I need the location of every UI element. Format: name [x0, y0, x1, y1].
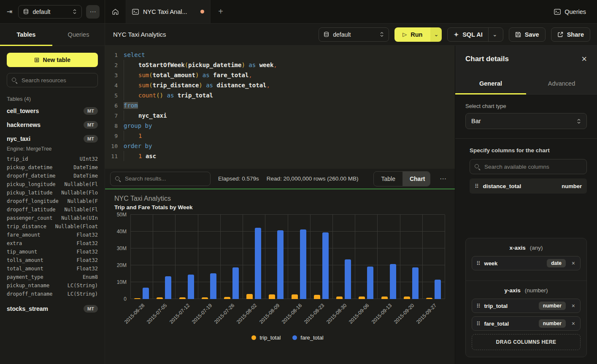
code-line[interactable]: 111 asc [105, 151, 455, 161]
bar-fare_total[interactable] [143, 288, 149, 299]
column-row[interactable]: trip_distanceNullable(Float [7, 222, 98, 231]
code-line[interactable]: 4sum(trip_distance) as distance_total, [105, 80, 455, 90]
drag-handle-icon[interactable]: ⠿ [476, 303, 480, 309]
bar-fare_total[interactable] [300, 229, 306, 299]
columns-search-input[interactable] [484, 163, 582, 170]
bar-trip_total[interactable] [426, 298, 432, 299]
code-line[interactable]: 7nyc_taxi [105, 111, 455, 121]
results-search-input[interactable] [124, 175, 206, 182]
bar-trip_total[interactable] [157, 297, 163, 299]
run-button[interactable]: ▷ Run [394, 27, 430, 42]
tab-general[interactable]: General [455, 73, 526, 94]
legend-item[interactable]: trip_total [251, 334, 281, 341]
column-row[interactable]: total_amountFloat32 [7, 264, 98, 273]
column-row[interactable]: tolls_amountFloat32 [7, 256, 98, 264]
new-tab-button[interactable]: + [211, 0, 231, 23]
collapse-sidebar-icon[interactable]: ⇥ [5, 7, 14, 16]
column-row[interactable]: tip_amountFloat32 [7, 248, 98, 256]
bar-fare_total[interactable] [165, 276, 171, 299]
legend-item[interactable]: fare_total [292, 334, 323, 341]
table-row[interactable]: cell_towersMT [7, 104, 98, 118]
available-column-row[interactable]: ⠿distance_totalnumber [470, 178, 587, 194]
drag-handle-icon[interactable]: ⠿ [475, 183, 478, 189]
view-table-button[interactable]: Table [374, 172, 402, 186]
sql-ai-button[interactable]: ✦ SQL AI ⌄ [447, 27, 503, 42]
bar-fare_total[interactable] [322, 232, 329, 299]
column-row[interactable]: trip_idUInt32 [7, 155, 98, 163]
bar-fare_total[interactable] [188, 275, 194, 299]
bar-trip_total[interactable] [224, 297, 230, 299]
column-row[interactable]: fare_amountFloat32 [7, 231, 98, 239]
drag-handle-icon[interactable]: ⠿ [476, 260, 480, 267]
bar-trip_total[interactable] [246, 294, 253, 299]
resource-search-input[interactable] [21, 77, 93, 84]
remove-column-icon[interactable]: × [572, 302, 575, 309]
table-row[interactable]: hackernewsMT [7, 118, 98, 132]
column-row[interactable]: pickup_ntanameLC(String) [7, 281, 98, 290]
code-line[interactable]: 8group by [105, 121, 455, 131]
query-tab[interactable]: NYC Taxi Anal... [126, 0, 211, 23]
bar-fare_total[interactable] [390, 264, 396, 299]
table-row[interactable]: stocks_streamMT [7, 302, 98, 315]
queries-link[interactable]: Queries [543, 0, 597, 23]
bar-fare_total[interactable] [367, 267, 373, 299]
bar-trip_total[interactable] [381, 297, 388, 299]
share-button[interactable]: Share [551, 27, 590, 42]
drag-handle-icon[interactable]: ⠿ [476, 321, 480, 327]
bar-fare_total[interactable] [232, 267, 239, 299]
column-row[interactable]: dropoff_ntanameLC(String) [7, 290, 98, 298]
code-line[interactable]: 2toStartOfWeek(pickup_datetime) as week, [105, 60, 455, 70]
code-line[interactable]: 1select [105, 50, 455, 60]
database-select-sidebar[interactable]: default [18, 5, 82, 19]
home-button[interactable] [105, 0, 126, 23]
bar-trip_total[interactable] [134, 298, 140, 299]
tab-tables[interactable]: Tables [0, 24, 52, 46]
table-row[interactable]: nyc_taxiMT [7, 132, 98, 146]
code-line[interactable]: 6from [105, 100, 455, 111]
axis-column-pill[interactable]: ⠿fare_totalnumber× [472, 316, 581, 331]
tab-advanced[interactable]: Advanced [526, 73, 597, 94]
drop-zone[interactable]: DRAG COLUMNS HERE [472, 334, 581, 350]
new-table-button[interactable]: ⊞ New table [7, 53, 98, 67]
axis-column-pill[interactable]: ⠿trip_totalnumber× [472, 299, 581, 313]
tab-queries[interactable]: Queries [52, 24, 105, 46]
code-line[interactable]: 10order by [105, 141, 455, 151]
axis-column-pill[interactable]: ⠿weekdate× [472, 256, 581, 270]
database-select-toolbar[interactable]: default [319, 27, 389, 42]
results-more-button[interactable]: ⋯ [438, 175, 448, 183]
chart-type-select[interactable]: Bar [465, 113, 587, 129]
sidebar-more-button[interactable]: ⋯ [86, 5, 100, 19]
code-line[interactable]: 5count() as trip_total [105, 90, 455, 100]
bar-fare_total[interactable] [210, 273, 216, 299]
bar-trip_total[interactable] [359, 297, 365, 299]
column-row[interactable]: dropoff_longitudeNullable(F [7, 197, 98, 205]
bar-trip_total[interactable] [404, 297, 410, 299]
code-line[interactable]: 91 [105, 131, 455, 141]
column-row[interactable]: pickup_datetimeDateTime [7, 163, 98, 172]
column-row[interactable]: dropoff_datetimeDateTime [7, 172, 98, 180]
run-options-button[interactable]: ⌄ [430, 27, 442, 42]
column-row[interactable]: extraFloat32 [7, 239, 98, 248]
bar-trip_total[interactable] [202, 297, 208, 299]
code-line[interactable]: 3sum(total_amount) as fare_total, [105, 70, 455, 80]
bar-trip_total[interactable] [292, 294, 298, 299]
column-row[interactable]: pickup_longitudeNullable(Fl [7, 180, 98, 189]
view-chart-button[interactable]: Chart [403, 172, 430, 186]
column-row[interactable]: pickup_latitudeNullable(Flo [7, 189, 98, 197]
sql-ai-dropdown-icon[interactable]: ⌄ [488, 28, 497, 41]
bar-trip_total[interactable] [336, 297, 343, 299]
close-icon[interactable]: × [581, 54, 587, 64]
bar-trip_total[interactable] [314, 295, 320, 299]
bar-fare_total[interactable] [277, 230, 284, 299]
bar-trip_total[interactable] [179, 297, 186, 299]
remove-column-icon[interactable]: × [572, 320, 575, 327]
column-row[interactable]: passenger_countNullable(UIn [7, 214, 98, 222]
bar-fare_total[interactable] [435, 280, 441, 299]
bar-fare_total[interactable] [412, 267, 419, 299]
column-row[interactable]: dropoff_latitudeNullable(Fl [7, 205, 98, 214]
column-row[interactable]: payment_typeEnum8 [7, 273, 98, 281]
remove-column-icon[interactable]: × [572, 260, 575, 267]
bar-fare_total[interactable] [345, 259, 351, 299]
save-button[interactable]: Save [509, 27, 546, 42]
sql-editor[interactable]: 1select2toStartOfWeek(pickup_datetime) a… [105, 46, 455, 169]
